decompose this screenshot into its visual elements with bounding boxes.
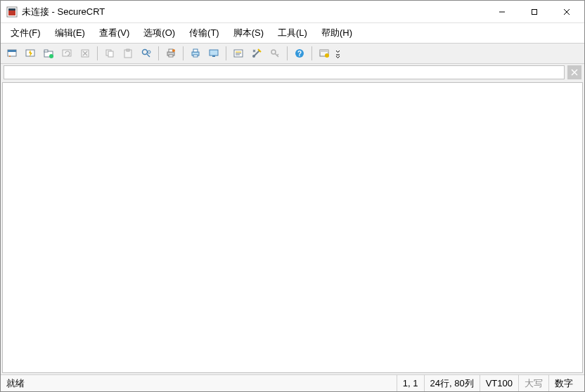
paste-button[interactable] (120, 45, 136, 62)
help-button[interactable]: ? (291, 45, 308, 62)
toolbar-separator (226, 46, 226, 60)
status-size: 24行, 80列 (424, 375, 480, 391)
svg-rect-19 (108, 51, 113, 57)
svg-rect-8 (8, 50, 16, 52)
terminal-container (1, 81, 584, 374)
menu-file[interactable]: 文件(F) (4, 24, 48, 42)
status-num: 数字 (548, 375, 579, 391)
toolbar-separator (158, 46, 159, 60)
titlebar: 未连接 - SecureCRT (1, 1, 584, 23)
quick-connect-button[interactable] (22, 45, 39, 62)
toolbar-separator (183, 46, 184, 60)
menu-script[interactable]: 脚本(S) (226, 24, 271, 42)
svg-rect-21 (127, 49, 129, 51)
toolbar-separator (97, 46, 98, 60)
svg-rect-33 (212, 55, 215, 57)
statusbar: 就绪 1, 1 24行, 80列 VT100 大写 数字 (1, 374, 584, 391)
connect-in-tab-button[interactable] (40, 45, 57, 62)
svg-rect-30 (193, 49, 198, 52)
svg-line-41 (277, 54, 278, 55)
svg-point-46 (325, 53, 329, 58)
status-cursor: 1, 1 (397, 375, 424, 391)
status-ready: 就绪 (6, 377, 25, 390)
svg-point-38 (252, 55, 255, 58)
menu-help[interactable]: 帮助(H) (314, 24, 359, 42)
menu-tools[interactable]: 工具(L) (271, 24, 314, 42)
toolbar-separator (287, 46, 288, 60)
session-options-button[interactable] (230, 45, 247, 62)
global-options-button[interactable] (248, 45, 265, 62)
status-emulation: VT100 (480, 375, 518, 391)
menu-options[interactable]: 选项(O) (136, 24, 182, 42)
command-input[interactable] (4, 65, 565, 79)
minimize-button[interactable] (486, 1, 518, 22)
svg-line-23 (147, 54, 150, 57)
svg-rect-31 (193, 55, 198, 57)
svg-point-28 (172, 49, 175, 52)
connect-button[interactable] (4, 45, 20, 62)
window-title: 未连接 - SecureCRT (22, 6, 105, 18)
menu-edit[interactable]: 编辑(E) (48, 24, 92, 42)
svg-point-24 (148, 51, 150, 53)
svg-text:?: ? (297, 50, 302, 58)
svg-point-13 (49, 54, 53, 58)
disconnect-button[interactable] (77, 45, 94, 62)
svg-rect-2 (8, 8, 15, 11)
terminal-view[interactable] (2, 82, 583, 373)
print-screen-button[interactable] (205, 45, 222, 62)
status-caps: 大写 (518, 375, 548, 391)
print-setup-button[interactable] (187, 45, 204, 62)
app-icon (6, 6, 18, 18)
find-button[interactable] (138, 45, 155, 62)
command-bar-close-button[interactable] (567, 65, 581, 79)
menu-transfer[interactable]: 传输(T) (182, 24, 226, 42)
svg-rect-27 (169, 55, 173, 57)
copy-button[interactable] (101, 45, 118, 62)
svg-point-9 (9, 55, 11, 57)
close-button[interactable] (551, 1, 583, 22)
svg-rect-45 (320, 50, 328, 52)
public-key-button[interactable] (266, 45, 283, 62)
menubar: 文件(F) 编辑(E) 查看(V) 选项(O) 传输(T) 脚本(S) 工具(L… (1, 23, 584, 43)
toolbar: ? (1, 43, 584, 64)
reconnect-button[interactable] (58, 45, 75, 62)
toolbar-separator (311, 46, 312, 60)
svg-rect-32 (210, 50, 218, 55)
menu-view[interactable]: 查看(V) (92, 24, 136, 42)
maximize-button[interactable] (518, 1, 551, 22)
toolbar-overflow-icon[interactable] (334, 48, 341, 58)
svg-rect-12 (44, 50, 48, 52)
command-bar (1, 64, 584, 81)
print-button[interactable] (162, 45, 179, 62)
toggle-toolbar-button[interactable] (316, 45, 333, 62)
svg-rect-4 (532, 9, 537, 14)
svg-point-22 (143, 50, 148, 55)
